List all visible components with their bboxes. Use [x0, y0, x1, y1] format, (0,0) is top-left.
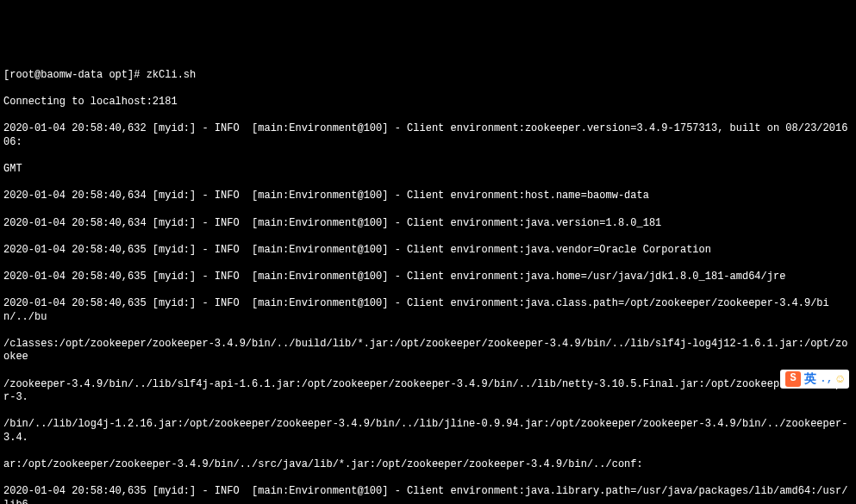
log-line: /bin/../lib/log4j-1.2.16.jar:/opt/zookee… — [3, 418, 853, 445]
ime-emoji-icon[interactable]: ☺ — [837, 371, 844, 387]
log-line: 2020-01-04 20:58:40,635 [myid:] - INFO [… — [3, 485, 853, 504]
log-line: /classes:/opt/zookeeper/zookeeper-3.4.9/… — [3, 338, 853, 364]
log-line: Connecting to localhost:2181 — [3, 96, 853, 109]
log-line: 2020-01-04 20:58:40,634 [myid:] - INFO [… — [3, 217, 853, 231]
ime-language-toggle[interactable]: 英 — [804, 371, 816, 387]
log-line: 2020-01-04 20:58:40,632 [myid:] - INFO [… — [3, 122, 853, 149]
shell-prompt: [root@baomw-data opt]# zkCli.sh — [3, 69, 853, 83]
log-line: 2020-01-04 20:58:40,635 [myid:] - INFO [… — [3, 271, 853, 284]
ime-toolbar[interactable]: S 英 ., ☺ — [780, 370, 849, 389]
log-line: ar:/opt/zookeeper/zookeeper-3.4.9/bin/..… — [3, 458, 853, 472]
log-line: 2020-01-04 20:58:40,635 [myid:] - INFO [… — [3, 297, 853, 324]
log-line: /zookeeper-3.4.9/bin/../lib/slf4j-api-1.… — [3, 378, 853, 405]
ime-punct-toggle[interactable]: ., — [820, 372, 834, 387]
log-line: 2020-01-04 20:58:40,634 [myid:] - INFO [… — [3, 190, 853, 203]
log-line: 2020-01-04 20:58:40,635 [myid:] - INFO [… — [3, 244, 853, 258]
sogou-icon[interactable]: S — [785, 371, 801, 387]
log-line: GMT — [3, 163, 853, 177]
terminal-output[interactable]: [root@baomw-data opt]# zkCli.sh Connecti… — [3, 55, 853, 504]
